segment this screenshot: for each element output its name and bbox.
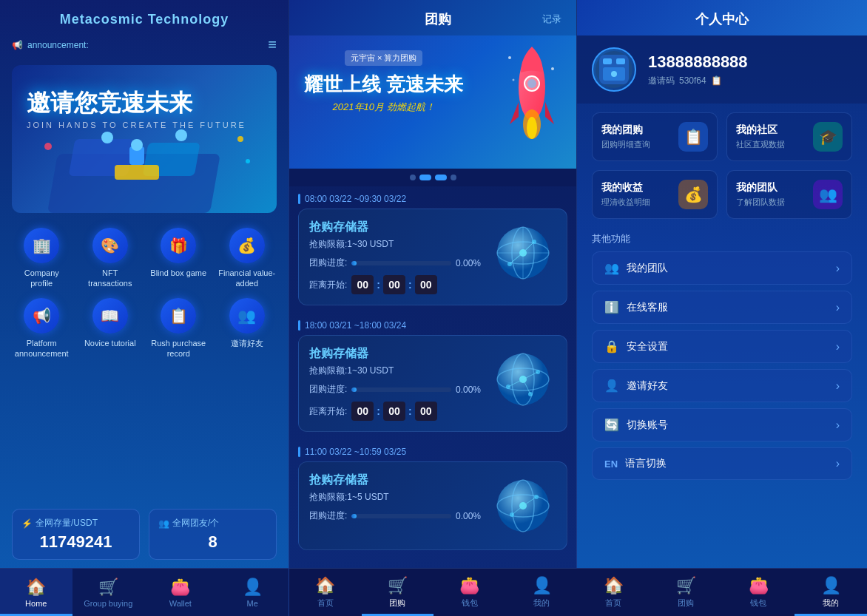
progress-fill-2 bbox=[351, 387, 357, 392]
func-customer-service[interactable]: ℹ️ 在线客服 › bbox=[592, 291, 852, 324]
mid-wallet-icon: 👛 bbox=[459, 576, 479, 595]
mid-me-icon: 👤 bbox=[532, 576, 552, 595]
product-info-1: 抢购存储器 抢购限额:1~30 USDT 团购进度: 0.00% 距离开始: 0… bbox=[309, 220, 481, 294]
mid-bnav-home[interactable]: 🏠 首页 bbox=[289, 569, 362, 616]
product-image-2 bbox=[490, 346, 556, 413]
mid-bnav-group[interactable]: 🛒 团购 bbox=[362, 569, 434, 616]
quick-card-income[interactable]: 我的收益 理清收益明细 💰 bbox=[592, 170, 718, 219]
mid-title: 团购 bbox=[425, 10, 451, 28]
nav-nft[interactable]: 🎨 NFTtransactions bbox=[81, 228, 141, 289]
dot-3 bbox=[435, 175, 447, 180]
menu-icon[interactable]: ≡ bbox=[268, 36, 277, 53]
func-lang-icon: EN bbox=[604, 458, 618, 470]
announcement-icon: 📢 bbox=[12, 40, 23, 50]
func-my-team-label: 我的团队 bbox=[627, 262, 668, 275]
left-bnav-me[interactable]: 👤 Me bbox=[217, 569, 289, 616]
func-my-team[interactable]: 👥 我的团队 › bbox=[592, 251, 852, 285]
nft-label: NFTtransactions bbox=[88, 268, 132, 289]
product-card-2[interactable]: 抢购存储器 抢购限额:1~30 USDT 团购进度: 0.00% 距离开始: 0… bbox=[298, 335, 567, 432]
banner-svg bbox=[18, 124, 270, 213]
left-bnav-wallet[interactable]: 👛 Wallet bbox=[144, 569, 217, 616]
func-security-icon: 🔒 bbox=[604, 339, 619, 353]
time-bar-3 bbox=[298, 447, 300, 457]
mid-record-btn[interactable]: 记录 bbox=[542, 13, 561, 26]
right-bottom-nav: 🏠 首页 🛒 团购 👛 钱包 👤 我的 bbox=[577, 568, 867, 616]
mid-banner-sub: 2021年10月 劲燃起航！ bbox=[304, 101, 463, 114]
count-hours-2: 00 bbox=[351, 402, 374, 421]
nav-platform[interactable]: 📢 Platform announcement bbox=[12, 298, 72, 359]
mid-bottom-nav: 🏠 首页 🛒 团购 👛 钱包 👤 我的 bbox=[289, 568, 578, 616]
dot-4 bbox=[451, 175, 456, 180]
stat-storage: ⚡ 全网存量/USDT 11749241 bbox=[12, 509, 140, 560]
countdown-row-2: 距离开始: 00 : 00 : 00 bbox=[309, 402, 481, 421]
progress-row-2: 团购进度: 0.00% bbox=[309, 383, 481, 396]
nav-invite[interactable]: 👥 邀请好友 bbox=[217, 298, 277, 359]
left-banner: 邀请您竞速未来 JOIN HANDS TO CREATE THE FUTURE bbox=[12, 65, 277, 213]
left-bnav-group[interactable]: 🛒 Group buying bbox=[72, 569, 145, 616]
right-bnav-wallet[interactable]: 👛 钱包 bbox=[722, 569, 795, 616]
product-card-1[interactable]: 抢购存储器 抢购限额:1~30 USDT 团购进度: 0.00% 距离开始: 0… bbox=[298, 209, 567, 305]
quick-card-team-title: 我的团队 bbox=[736, 181, 785, 194]
right-bnav-me[interactable]: 👤 我的 bbox=[795, 569, 867, 616]
func-lang-left: EN 语言切换 bbox=[604, 457, 667, 470]
func-language[interactable]: EN 语言切换 › bbox=[592, 447, 852, 480]
company-label: Companyprofile bbox=[24, 268, 59, 289]
invite-copy-btn[interactable]: 📋 bbox=[711, 75, 722, 86]
count-seconds-1: 00 bbox=[415, 275, 437, 294]
right-header: 个人中心 bbox=[577, 0, 867, 35]
quick-card-team[interactable]: 我的团队 了解团队数据 👥 bbox=[726, 170, 852, 219]
wallet-nav-label: Wallet bbox=[169, 599, 192, 608]
progress-label-3: 团购进度: bbox=[309, 510, 347, 522]
sphere-svg-1 bbox=[493, 223, 553, 282]
func-service-label: 在线客服 bbox=[627, 301, 668, 314]
func-switch-left: 🔄 切换账号 bbox=[604, 418, 668, 432]
product-price-1: 抢购限额:1~30 USDT bbox=[309, 238, 481, 251]
nav-rush[interactable]: 📋 Rush purchase record bbox=[149, 298, 209, 359]
me-nav-icon: 👤 bbox=[243, 578, 263, 597]
svg-point-8 bbox=[44, 143, 52, 150]
svg-rect-7 bbox=[115, 165, 159, 180]
func-security[interactable]: 🔒 安全设置 › bbox=[592, 330, 852, 363]
mid-bnav-wallet[interactable]: 👛 钱包 bbox=[434, 569, 506, 616]
progress-label-1: 团购进度: bbox=[309, 257, 347, 269]
nav-novice[interactable]: 📖 Novice tutorial bbox=[81, 298, 141, 359]
nav-blind-box[interactable]: 🎁 Blind box game bbox=[149, 228, 209, 289]
nav-financial[interactable]: 💰 Financial value-added bbox=[217, 228, 277, 289]
right-home-label: 首页 bbox=[605, 598, 621, 609]
right-home-icon: 🏠 bbox=[604, 576, 624, 595]
left-bnav-home[interactable]: 🏠 Home bbox=[0, 569, 72, 616]
func-service-left: ℹ️ 在线客服 bbox=[604, 300, 668, 314]
progress-label-2: 团购进度: bbox=[309, 383, 347, 396]
svg-point-10 bbox=[246, 159, 250, 163]
nav-company[interactable]: 🏢 Companyprofile bbox=[12, 228, 72, 289]
profile-section: 13888888888 邀请码 530f64 📋 bbox=[577, 35, 867, 104]
mid-content: 08:00 03/22 ~09:30 03/22 抢购存储器 抢购限额:1~30… bbox=[289, 186, 576, 616]
quick-card-community-sub: 社区直观数据 bbox=[736, 139, 785, 150]
right-bnav-group[interactable]: 🛒 团购 bbox=[650, 569, 722, 616]
right-bnav-home[interactable]: 🏠 首页 bbox=[577, 569, 650, 616]
progress-row-3: 团购进度: 0.00% bbox=[309, 510, 481, 522]
progress-row-1: 团购进度: 0.00% bbox=[309, 257, 481, 269]
func-invite-friends[interactable]: 👤 邀请好友 › bbox=[592, 369, 852, 402]
stats-row: ⚡ 全网存量/USDT 11749241 👥 全网团友/个 8 bbox=[0, 503, 289, 566]
progress-pct-2: 0.00% bbox=[456, 385, 481, 395]
storage-icon: ⚡ bbox=[21, 518, 33, 529]
right-title: 个人中心 bbox=[592, 10, 852, 28]
mid-banner-content: 元宇宙 × 算力团购 耀世上线 竞速未来 2021年10月 劲燃起航！ bbox=[304, 50, 463, 114]
func-security-label: 安全设置 bbox=[627, 340, 668, 353]
stat-friends-value: 8 bbox=[158, 532, 267, 552]
progress-bg-1 bbox=[351, 261, 451, 265]
quick-card-community[interactable]: 我的社区 社区直观数据 🎓 bbox=[726, 112, 852, 161]
func-switch-account[interactable]: 🔄 切换账号 › bbox=[592, 408, 852, 441]
countdown-row-1: 距离开始: 00 : 00 : 00 bbox=[309, 275, 481, 294]
func-switch-icon: 🔄 bbox=[604, 418, 619, 432]
banner-dots bbox=[289, 169, 576, 186]
quick-card-group[interactable]: 我的团购 团购明细查询 📋 bbox=[592, 112, 718, 161]
product-price-3: 抢购限额:1~5 USDT bbox=[309, 491, 481, 504]
func-switch-arrow: › bbox=[836, 419, 840, 432]
banner-illustration bbox=[12, 117, 277, 213]
product-card-3[interactable]: 抢购存储器 抢购限额:1~5 USDT 团购进度: 0.00% bbox=[298, 461, 567, 550]
sphere-svg-2 bbox=[493, 350, 553, 409]
mid-bnav-me[interactable]: 👤 我的 bbox=[506, 569, 578, 616]
countdown-label-1: 距离开始: bbox=[309, 279, 347, 291]
